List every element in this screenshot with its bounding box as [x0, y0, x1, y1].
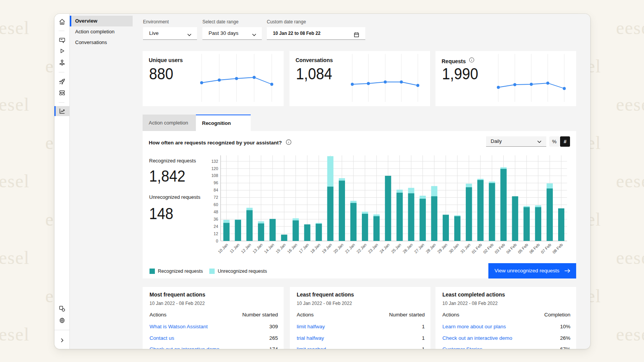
svg-text:24: 24 — [214, 224, 218, 229]
svg-text:17 Jan: 17 Jan — [298, 242, 310, 254]
svg-text:36: 36 — [214, 217, 218, 221]
svg-text:11 Jan: 11 Jan — [229, 242, 240, 254]
svg-text:19 Jan: 19 Jan — [321, 242, 333, 254]
svg-text:15 Jan: 15 Jan — [275, 242, 287, 254]
svg-text:31 Jan: 31 Jan — [460, 242, 472, 254]
svg-text:23 Jan: 23 Jan — [367, 242, 379, 254]
svg-text:84: 84 — [214, 188, 218, 192]
svg-text:72: 72 — [214, 195, 218, 200]
svg-text:02 Feb: 02 Feb — [482, 242, 495, 255]
svg-text:26 Jan: 26 Jan — [402, 242, 414, 254]
svg-text:108: 108 — [211, 173, 218, 178]
svg-text:03 Feb: 03 Feb — [494, 242, 506, 255]
svg-text:24 Jan: 24 Jan — [379, 242, 391, 254]
svg-text:132: 132 — [211, 159, 218, 164]
svg-text:05 Feb: 05 Feb — [517, 242, 529, 255]
svg-text:04 Feb: 04 Feb — [505, 242, 518, 255]
svg-text:06 Feb: 06 Feb — [528, 242, 540, 255]
svg-text:07 Feb: 07 Feb — [540, 242, 552, 255]
svg-text:16 Jan: 16 Jan — [286, 242, 298, 254]
svg-text:12 Jan: 12 Jan — [240, 242, 252, 254]
svg-text:60: 60 — [214, 202, 218, 207]
svg-text:10 Jan: 10 Jan — [217, 242, 229, 254]
svg-text:22 Jan: 22 Jan — [355, 242, 367, 254]
svg-text:96: 96 — [214, 180, 218, 185]
svg-text:08 Feb: 08 Feb — [552, 242, 564, 255]
svg-text:25 Jan: 25 Jan — [390, 242, 402, 254]
svg-text:20 Jan: 20 Jan — [332, 242, 344, 254]
svg-text:01 Feb: 01 Feb — [471, 242, 483, 255]
svg-text:48: 48 — [214, 210, 218, 214]
svg-text:13 Jan: 13 Jan — [251, 242, 263, 254]
svg-text:14 Jan: 14 Jan — [263, 242, 275, 254]
svg-text:29 Jan: 29 Jan — [436, 242, 448, 254]
svg-text:28 Jan: 28 Jan — [425, 242, 437, 254]
svg-text:120: 120 — [211, 166, 218, 171]
svg-text:18 Jan: 18 Jan — [309, 242, 321, 254]
svg-text:12: 12 — [214, 231, 218, 236]
svg-text:0: 0 — [216, 239, 218, 243]
svg-text:30 Jan: 30 Jan — [448, 242, 460, 254]
svg-text:27 Jan: 27 Jan — [413, 242, 425, 254]
svg-text:21 Jan: 21 Jan — [344, 242, 356, 254]
